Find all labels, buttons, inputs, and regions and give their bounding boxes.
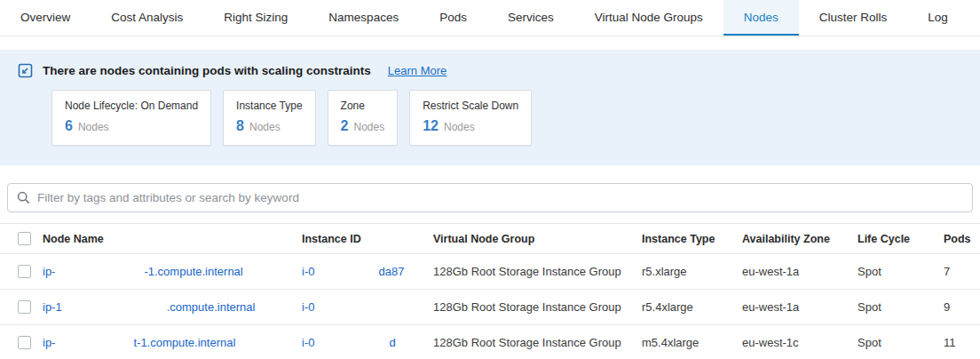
header-node-name: Node Name [43, 233, 302, 245]
card-count: 12 [423, 118, 439, 134]
pods-cell: 11 [944, 336, 980, 349]
instance-id-link[interactable]: i-0 [302, 300, 433, 314]
card-count: 8 [236, 118, 244, 134]
redacted-gap [62, 310, 167, 311]
node-name-link[interactable]: ip-t-1.compute.internal [43, 336, 302, 349]
tab-right-sizing[interactable]: Right Sizing [203, 0, 308, 36]
instance-type-cell: m5.4xlarge [642, 336, 742, 349]
virtual-node-group-cell: 128Gb Root Storage Instance Group [433, 300, 642, 314]
tab-virtual-node-groups[interactable]: Virtual Node Groups [574, 0, 723, 36]
row-checkbox[interactable] [18, 265, 31, 278]
tab-cost-analysis[interactable]: Cost Analysis [91, 0, 203, 36]
constraint-cards: Node Lifecycle: On Demand 6 Nodes Instan… [51, 90, 962, 146]
instance-id-prefix: i-0 [302, 300, 314, 314]
node-name-suffix: .compute.internal [167, 300, 256, 314]
table-row: ip-1.compute.internal i-0 128Gb Root Sto… [0, 290, 980, 325]
search-icon [17, 191, 30, 204]
node-name-prefix: ip- [43, 265, 55, 278]
node-name-link[interactable]: ip--1.compute.internal [43, 265, 302, 278]
card-count: 2 [341, 118, 349, 134]
header-virtual-node-group: Virtual Node Group [433, 233, 642, 245]
instance-type-cell: r5.xlarge [642, 265, 742, 278]
redacted-gap [314, 346, 389, 347]
header-pods: Pods [944, 233, 980, 245]
node-name-suffix: -1.compute.internal [144, 265, 242, 278]
banner-message: There are nodes containing pods with sca… [43, 64, 371, 77]
instance-id-suffix: d [389, 336, 395, 349]
scaling-constraint-icon [18, 63, 33, 78]
table-row: ip--1.compute.internal i-0da87 128Gb Roo… [0, 254, 980, 290]
header-instance-type: Instance Type [642, 233, 742, 245]
card-title: Restrict Scale Down [423, 100, 518, 112]
pods-cell: 7 [944, 265, 980, 278]
redacted-gap [314, 310, 350, 311]
table-header-row: Node Name Instance ID Virtual Node Group… [0, 223, 980, 254]
card-unit: Nodes [444, 121, 475, 133]
life-cycle-cell: Spot [858, 265, 944, 278]
tab-log[interactable]: Log [907, 0, 968, 36]
node-name-suffix: t-1.compute.internal [133, 336, 235, 349]
availability-zone-cell: eu-west-1a [742, 300, 858, 314]
pods-cell: 9 [944, 300, 980, 314]
redacted-gap [314, 275, 378, 275]
availability-zone-cell: eu-west-1a [742, 265, 858, 278]
card-instance-type[interactable]: Instance Type 8 Nodes [223, 90, 316, 146]
card-restrict-scale-down[interactable]: Restrict Scale Down 12 Nodes [409, 90, 532, 146]
redacted-gap [55, 346, 133, 347]
tab-namespaces[interactable]: Namespaces [308, 0, 419, 36]
card-unit: Nodes [78, 121, 109, 133]
filter-bar [7, 183, 973, 212]
instance-id-link[interactable]: i-0da87 [302, 265, 433, 278]
life-cycle-cell: Spot [858, 300, 944, 314]
virtual-node-group-cell: 128Gb Root Storage Instance Group [433, 265, 642, 278]
cluster-tab-bar: Overview Cost Analysis Right Sizing Name… [0, 0, 980, 36]
header-availability-zone: Availability Zone [742, 233, 858, 245]
node-name-prefix: ip-1 [43, 300, 62, 314]
availability-zone-cell: eu-west-1c [742, 336, 858, 349]
card-title: Node Lifecycle: On Demand [65, 100, 198, 112]
instance-type-cell: r5.4xlarge [642, 300, 742, 314]
tab-nodes[interactable]: Nodes [723, 0, 799, 36]
card-title: Zone [341, 100, 385, 112]
search-input[interactable] [37, 191, 963, 204]
card-count: 6 [65, 118, 73, 134]
select-all-checkbox[interactable] [18, 232, 31, 245]
instance-id-prefix: i-0 [302, 336, 314, 349]
table-row: ip-t-1.compute.internal i-0d 128Gb Root … [0, 325, 980, 359]
card-node-lifecycle[interactable]: Node Lifecycle: On Demand 6 Nodes [51, 90, 211, 146]
tab-services[interactable]: Services [487, 0, 574, 36]
tab-pods[interactable]: Pods [419, 0, 487, 36]
learn-more-link[interactable]: Learn More [388, 64, 447, 77]
header-instance-id: Instance ID [302, 233, 433, 245]
tab-overview[interactable]: Overview [0, 0, 91, 36]
virtual-node-group-cell: 128Gb Root Storage Instance Group [433, 336, 642, 349]
card-unit: Nodes [353, 121, 384, 133]
card-title: Instance Type [236, 100, 303, 112]
redacted-gap [55, 275, 144, 275]
node-name-link[interactable]: ip-1.compute.internal [43, 300, 302, 314]
row-checkbox[interactable] [18, 300, 31, 314]
row-checkbox[interactable] [18, 336, 31, 349]
instance-id-link[interactable]: i-0d [302, 336, 433, 349]
tab-cluster-rolls[interactable]: Cluster Rolls [799, 0, 908, 36]
instance-id-suffix: da87 [378, 265, 404, 278]
nodes-table: Node Name Instance ID Virtual Node Group… [0, 223, 980, 359]
card-zone[interactable]: Zone 2 Nodes [328, 90, 399, 146]
header-life-cycle: Life Cycle [858, 233, 944, 245]
card-unit: Nodes [249, 121, 281, 133]
instance-id-prefix: i-0 [302, 265, 314, 278]
scaling-constraints-banner: There are nodes containing pods with sca… [0, 50, 980, 165]
life-cycle-cell: Spot [858, 336, 944, 349]
node-name-prefix: ip- [43, 336, 55, 349]
